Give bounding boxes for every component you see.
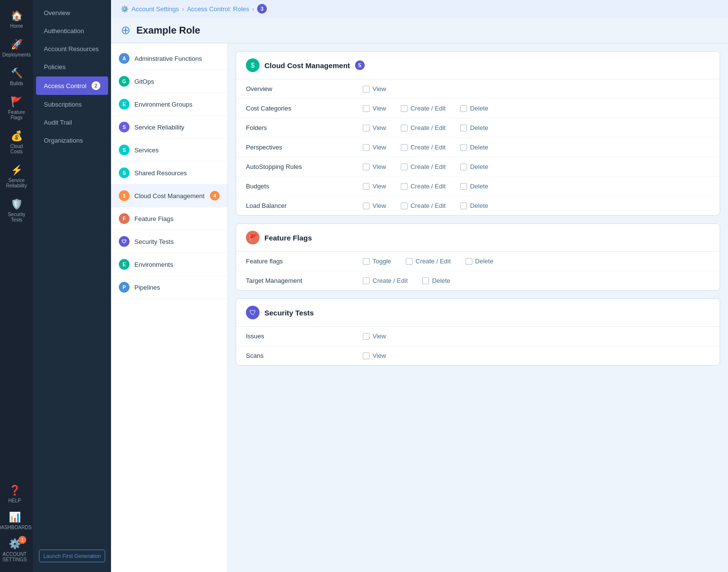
resource-services[interactable]: S Services [111, 139, 227, 162]
load-balancer-delete-checkbox[interactable] [460, 203, 467, 209]
load-balancer-view[interactable]: View [363, 202, 386, 209]
feature-flags-create-edit-checkbox[interactable] [406, 258, 412, 265]
feature-flags-delete-checkbox[interactable] [466, 258, 472, 265]
permission-load-balancer: Load Balancer View Create / Edit Dele [236, 196, 720, 215]
sidebar-item-authentication[interactable]: Authentication [36, 22, 108, 39]
dashboards-icon: 📊 [9, 511, 21, 523]
feature-flags-create-edit[interactable]: Create / Edit [406, 258, 450, 265]
content-body: A Adminstrative Functions G GitOps E Env… [111, 43, 728, 572]
autostopping-create-edit[interactable]: Create / Edit [401, 163, 446, 170]
services-label: Services [134, 147, 159, 154]
sidebar-item-account-resources[interactable]: Account Resources [36, 40, 108, 57]
resource-environment-groups[interactable]: E Environment Groups [111, 93, 227, 116]
breadcrumb-account-settings[interactable]: Account Settings [131, 5, 179, 13]
cloud-cost-management-section-badge: 5 [355, 60, 365, 70]
resource-security-tests[interactable]: 🛡 Security Tests [111, 230, 227, 253]
target-management-delete[interactable]: Delete [422, 277, 450, 284]
nav-deployments[interactable]: 🚀 Deployments [2, 35, 31, 61]
resource-environments[interactable]: E Environments [111, 253, 227, 276]
breadcrumb-access-control-roles[interactable]: Access Control: Roles [187, 5, 249, 13]
nav-security-tests[interactable]: 🛡️ Security Tests [2, 194, 31, 226]
folders-delete-checkbox[interactable] [460, 125, 467, 131]
autostopping-view-checkbox[interactable] [363, 164, 370, 170]
breadcrumb: ⚙️ Account Settings › Access Control: Ro… [111, 0, 728, 18]
cost-categories-create-edit[interactable]: Create / Edit [401, 105, 446, 112]
folders-view-checkbox[interactable] [363, 125, 370, 131]
scans-view[interactable]: View [363, 352, 386, 359]
perspectives-create-edit[interactable]: Create / Edit [401, 144, 446, 151]
cost-categories-view-checkbox[interactable] [363, 105, 370, 112]
sidebar-item-audit-trail[interactable]: Audit Trail [36, 114, 108, 131]
security-tests-label: Security Tests [134, 238, 174, 245]
cost-categories-delete[interactable]: Delete [460, 105, 488, 112]
sidebar-item-overview[interactable]: Overview [36, 4, 108, 21]
crosshair-icon: ⊕ [121, 23, 131, 37]
perspectives-view[interactable]: View [363, 144, 386, 151]
load-balancer-name: Load Balancer [246, 202, 353, 209]
budgets-view-checkbox[interactable] [363, 183, 370, 190]
resource-cloud-cost-management[interactable]: $ Cloud Cost Management 4 [111, 185, 227, 207]
autostopping-create-edit-checkbox[interactable] [401, 164, 408, 170]
sidebar-item-subscriptions[interactable]: Subscriptions [36, 96, 108, 113]
nav-builds[interactable]: 🔨 Builds [2, 63, 31, 90]
perspectives-view-checkbox[interactable] [363, 144, 370, 151]
resource-gitops[interactable]: G GitOps [111, 70, 227, 93]
resource-feature-flags[interactable]: F Feature Flags [111, 207, 227, 230]
autostopping-delete[interactable]: Delete [460, 163, 488, 170]
budgets-delete-checkbox[interactable] [460, 183, 467, 190]
target-management-delete-checkbox[interactable] [422, 277, 429, 284]
autostopping-view[interactable]: View [363, 163, 386, 170]
load-balancer-delete[interactable]: Delete [460, 202, 488, 209]
perspectives-name: Perspectives [246, 144, 353, 151]
breadcrumb-sep-2: › [252, 5, 254, 13]
budgets-view[interactable]: View [363, 183, 386, 190]
load-balancer-create-edit-checkbox[interactable] [401, 203, 408, 209]
nav-service-reliability[interactable]: ⚡ Service Reliability [2, 160, 31, 192]
budgets-create-edit-checkbox[interactable] [401, 183, 408, 190]
folders-create-edit[interactable]: Create / Edit [401, 124, 446, 131]
feature-flags-toggle[interactable]: Toggle [363, 258, 391, 265]
folders-create-edit-checkbox[interactable] [401, 125, 408, 131]
icon-nav: 🏠 Home 🚀 Deployments 🔨 Builds 🚩 Feature … [0, 0, 33, 572]
pipelines-icon: P [119, 282, 130, 293]
resource-service-reliability[interactable]: S Service Reliability [111, 116, 227, 139]
nav-help[interactable]: ❓ HELP [0, 480, 29, 507]
perspectives-create-edit-checkbox[interactable] [401, 144, 408, 151]
nav-feature-flags[interactable]: 🚩 Feature Flags [2, 92, 31, 124]
resource-admin-functions[interactable]: A Adminstrative Functions [111, 47, 227, 70]
target-management-create-edit[interactable]: Create / Edit [363, 277, 408, 284]
target-management-create-edit-checkbox[interactable] [363, 277, 370, 284]
perspectives-delete[interactable]: Delete [460, 144, 488, 151]
folders-delete[interactable]: Delete [460, 124, 488, 131]
resource-pipelines[interactable]: P Pipelines [111, 276, 227, 299]
builds-icon: 🔨 [11, 67, 23, 79]
resource-shared-resources[interactable]: S Shared Resources [111, 162, 227, 185]
sidebar-item-organizations[interactable]: Organizations [36, 132, 108, 149]
nav-account-settings[interactable]: ⚙️ ACCOUNT SETTINGS 1 [0, 534, 29, 566]
sidebar-item-access-control[interactable]: Access Control 2 [36, 76, 108, 95]
sidebar-item-policies[interactable]: Policies [36, 58, 108, 75]
perspectives-delete-checkbox[interactable] [460, 144, 467, 151]
shared-resources-label: Shared Resources [134, 169, 187, 177]
scans-view-checkbox[interactable] [363, 352, 370, 359]
feature-flags-delete[interactable]: Delete [466, 258, 494, 265]
cost-categories-create-edit-checkbox[interactable] [401, 105, 408, 112]
load-balancer-create-edit[interactable]: Create / Edit [401, 202, 446, 209]
issues-view-checkbox[interactable] [363, 333, 370, 340]
cost-categories-view[interactable]: View [363, 105, 386, 112]
issues-view[interactable]: View [363, 332, 386, 340]
feature-flags-toggle-checkbox[interactable] [363, 258, 370, 265]
permission-scans: Scans View [236, 346, 720, 365]
load-balancer-view-checkbox[interactable] [363, 203, 370, 209]
budgets-create-edit[interactable]: Create / Edit [401, 183, 446, 190]
nav-cloud-costs[interactable]: 💰 Cloud Costs [2, 126, 31, 158]
overview-view-checkbox[interactable] [363, 86, 370, 92]
budgets-delete[interactable]: Delete [460, 183, 488, 190]
folders-view[interactable]: View [363, 124, 386, 131]
launch-first-generation-button[interactable]: Launch First Generation [39, 550, 105, 562]
cost-categories-delete-checkbox[interactable] [460, 105, 467, 112]
overview-view[interactable]: View [363, 85, 386, 92]
nav-dashboards[interactable]: 📊 DASHBOARDS [0, 507, 29, 534]
nav-home[interactable]: 🏠 Home [2, 6, 31, 33]
autostopping-delete-checkbox[interactable] [460, 164, 467, 170]
